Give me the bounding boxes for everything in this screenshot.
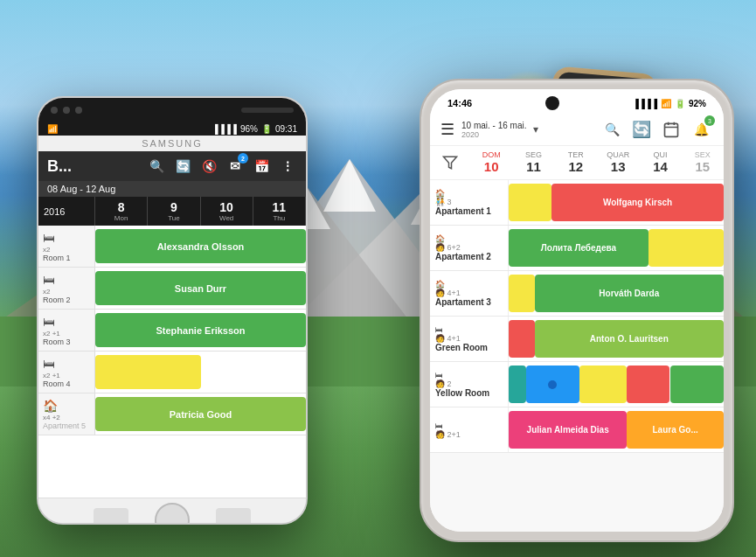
home-button[interactable] [155, 503, 190, 526]
room-3-info: 🛏 x2 +1 Room 3 [38, 310, 95, 351]
hamburger-icon[interactable]: ☰ [440, 120, 454, 139]
day-num-11: 11 [255, 200, 303, 214]
day-col-9[interactable]: 9 Tue [148, 197, 200, 226]
search-icon[interactable]: 🔍 [147, 157, 166, 176]
green-room-info: 🛏 🧑 4+1 Green Room [430, 317, 509, 361]
day-col-sex[interactable]: SEX 15 [682, 148, 724, 178]
apt1-cells: Wolfgang Kirsch [509, 180, 724, 225]
date-range-text: 08 Aug - 12 Aug [47, 184, 115, 194]
room-row-2: 🛏 x2 Room 2 Susan Durr [38, 268, 306, 310]
day-col-seg[interactable]: SEG 11 [512, 148, 554, 178]
day-col-8[interactable]: 8 Mon [95, 197, 148, 226]
recent-button[interactable] [216, 508, 251, 526]
year-column: 2016 [38, 197, 95, 226]
email-icon[interactable]: ✉ 2 [225, 157, 245, 176]
iphone-green-room: 🛏 🧑 4+1 Green Room Anton O. Lauritsen [430, 317, 724, 362]
room-1-info: 🛏 x2 Room 1 [38, 226, 95, 267]
booking-anton[interactable]: Anton O. Lauritsen [535, 320, 724, 358]
room-row-1: 🛏 x2 Room 1 Alexsandra Olsson [38, 226, 306, 268]
booking-laura[interactable]: Laura Go... [627, 411, 724, 449]
guest-name: Лолита Лебедева [541, 243, 616, 253]
app-header: B... 🔍 🔄 🔇 ✉ 2 📅 ⋮ [38, 151, 306, 181]
iphone-screen: 14:46 ▐▐▐▐ 📶 🔋 92% ☰ 10 mai. - 16 mai. 2… [430, 89, 724, 532]
day-col-10[interactable]: 10 Wed [201, 197, 253, 226]
apt-5-info: 🏠 x4 +2 Apartment 5 [38, 393, 95, 435]
apt3-icon: 🏠 [435, 280, 503, 289]
booking-horvath[interactable]: Horváth Darda [535, 275, 724, 312]
calendar-columns-header: 2016 8 Mon 9 Tue 10 Wed 11 Thu [38, 197, 306, 226]
dropdown-icon[interactable]: ▾ [533, 123, 538, 136]
back-button[interactable] [94, 508, 128, 526]
booking-alexsandra[interactable]: Alexsandra Olsson [95, 229, 306, 263]
room-2-cells: Susan Durr [95, 268, 306, 309]
filter-icon[interactable] [430, 148, 470, 178]
room-4-info: 🛏 x2 +1 Room 4 [38, 352, 95, 393]
apt1-capacity: 🧑‍🤝‍🧑 3 [435, 198, 503, 206]
guest-name: Patricia Good [170, 409, 232, 420]
booking-julian[interactable]: Julian Almeida Dias [509, 411, 627, 449]
room6-icon: 🛏 [435, 421, 503, 430]
day-abbr-qui: QUI [653, 150, 667, 159]
day-abbr-sex: SEX [695, 150, 711, 159]
apt2-icon: 🏠 [435, 234, 503, 243]
iphone-header-icons: 🔍 🔄 🔔 3 [600, 117, 713, 142]
booking-lolita[interactable]: Лолита Лебедева [509, 229, 648, 267]
day-num-15: 15 [683, 159, 722, 175]
samsung-phone: 📶 ▐▐▐▐ 96% 🔋 09:31 SAMSUNG B... 🔍 🔄 🔇 ✉ … [37, 96, 308, 525]
booking-wolfgang[interactable]: Wolfgang Kirsch [551, 184, 724, 221]
booking-stephanie[interactable]: Stephanie Eriksson [95, 313, 306, 347]
booking-susan[interactable]: Susan Durr [95, 271, 306, 305]
room-row-4: 🛏 x2 +1 Room 4 [38, 352, 306, 393]
samsung-nav-bar [38, 498, 306, 525]
iphone-header-left: ☰ 10 mai. - 16 mai. 2020 ▾ [440, 120, 538, 139]
booking-patricia[interactable]: Patricia Good [95, 397, 306, 431]
apt2-name: Apartament 2 [435, 252, 503, 261]
day-abbr-ter: TER [568, 150, 584, 159]
search-button[interactable]: 🔍 [600, 117, 624, 142]
day-col-quar[interactable]: QUAR 13 [597, 148, 639, 178]
room-row-5: 🏠 x4 +2 Apartment 5 Patricia Good [38, 393, 306, 435]
day-col-ter[interactable]: TER 12 [555, 148, 597, 178]
room-row-3: 🛏 x2 +1 Room 3 Stephanie Eriksson [38, 310, 306, 352]
day-name-tue: Tue [149, 214, 198, 222]
guest-name: Stephanie Eriksson [156, 325, 245, 336]
bed-icon-4: 🛏 [43, 357, 90, 371]
room-1-capacity: x2 [43, 246, 90, 254]
svg-rect-9 [665, 123, 678, 136]
email-badge: 2 [238, 153, 248, 164]
more-icon[interactable]: ⋮ [278, 157, 297, 176]
year-label: 2016 [44, 206, 65, 217]
day-num-14: 14 [641, 159, 679, 175]
room-2-name: Room 2 [43, 296, 90, 304]
signal-icon: ▐▐▐▐ [212, 124, 237, 134]
mute-icon[interactable]: 🔇 [199, 157, 218, 176]
room-1-cells: Alexsandra Olsson [95, 226, 306, 267]
samsung-top-bar [38, 98, 306, 122]
calendar-icon[interactable]: 📅 [252, 157, 271, 176]
apt-5-capacity: x4 +2 [43, 414, 90, 421]
refresh-button[interactable]: 🔄 [629, 117, 654, 142]
bell-button[interactable]: 🔔 3 [689, 117, 713, 142]
iphone-day-columns: DOM 10 SEG 11 TER 12 QUAR 13 QUI 14 [470, 148, 724, 178]
day-num-13: 13 [599, 159, 637, 175]
battery-pct: 92% [689, 99, 706, 108]
room-2-info: 🛏 x2 Room 2 [38, 268, 95, 309]
yellow-room-name: Yellow Room [435, 388, 503, 398]
room-4-cells [95, 352, 306, 393]
day-col-11[interactable]: 11 Thu [253, 197, 306, 226]
yellow-room-icon: 🛏 [435, 371, 503, 379]
iphone-date-range: 10 mai. - 16 mai. 2020 [461, 121, 526, 139]
yellow-room-info: 🛏 🧑 2 Yellow Room [430, 362, 509, 407]
calendar-button[interactable] [659, 117, 683, 142]
iphone-room-1: 🏠 🧑‍🤝‍🧑 3 Apartament 1 Wolfgang Kirsch [430, 180, 724, 226]
refresh-icon[interactable]: 🔄 [173, 157, 192, 176]
apt3-name: Apartament 3 [435, 297, 503, 307]
yellow-room-capacity: 🧑 2 [435, 379, 503, 388]
day-col-qui[interactable]: QUI 14 [639, 148, 681, 178]
room6-info: 🛏 🧑 2+1 [430, 407, 509, 452]
guest-name: Susan Durr [175, 283, 226, 294]
day-col-dom[interactable]: DOM 10 [470, 148, 512, 178]
yellow-room-yellow [579, 366, 627, 403]
guest-name: Laura Go... [653, 425, 698, 435]
apt1-yellow-block [509, 184, 551, 221]
